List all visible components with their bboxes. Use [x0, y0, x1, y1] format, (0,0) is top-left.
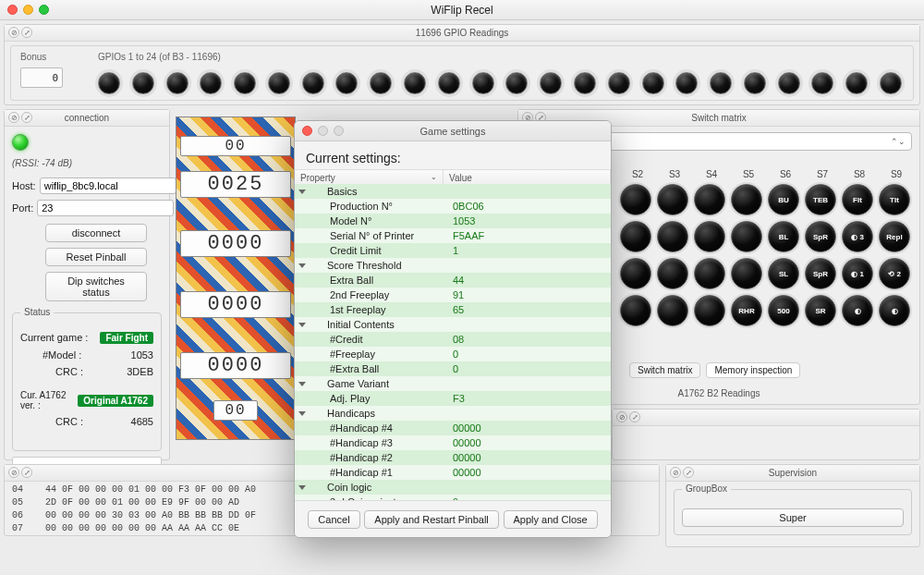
switch-cell[interactable]: ◐ 3: [842, 221, 873, 252]
tree-property[interactable]: #Handicap #4: [295, 422, 447, 434]
tree-property[interactable]: Model N°: [295, 215, 447, 226]
host-input[interactable]: [40, 177, 176, 194]
switch-cell[interactable]: [657, 221, 688, 252]
switch-cell[interactable]: [731, 258, 762, 289]
expand-icon[interactable]: ⤢: [629, 411, 640, 422]
tree-row[interactable]: Production N°0BC06: [295, 199, 611, 214]
tree-row[interactable]: Game Variant: [295, 376, 611, 391]
tree-value[interactable]: 91: [447, 289, 611, 300]
switch-cell[interactable]: [657, 295, 688, 326]
switch-cell[interactable]: [657, 184, 688, 215]
tree-row[interactable]: Coin logic: [295, 480, 611, 495]
switch-cell[interactable]: ◐ 1: [842, 258, 873, 289]
tree-row[interactable]: #Credit08: [295, 332, 611, 347]
switch-cell[interactable]: ⟲ 2: [879, 258, 910, 289]
tree-property[interactable]: Basics: [295, 186, 447, 197]
dip-switches-button[interactable]: Dip switches status: [45, 272, 147, 301]
tree-row[interactable]: Basics: [295, 184, 611, 199]
tree-value[interactable]: F5AAF: [447, 230, 611, 241]
switch-cell[interactable]: BU: [768, 184, 799, 215]
tree-row[interactable]: 1st Freeplay65: [295, 302, 611, 317]
settings-tree[interactable]: BasicsProduction N°0BC06Model N°1053Seri…: [295, 184, 611, 500]
tree-property[interactable]: Coin logic: [295, 482, 447, 493]
tree-row[interactable]: #Handicap #200000: [295, 450, 611, 465]
switch-cell[interactable]: SR: [805, 295, 836, 326]
tree-property[interactable]: 2nd Freeplay: [295, 289, 447, 300]
undock-icon[interactable]: ⊘: [8, 467, 19, 478]
switch-cell[interactable]: RHR: [731, 295, 762, 326]
apply-restart-button[interactable]: Apply and Restart Pinball: [364, 510, 499, 529]
tree-row[interactable]: Handicaps: [295, 406, 611, 421]
switch-cell[interactable]: Tlt: [879, 184, 910, 215]
switch-cell[interactable]: ◐: [879, 295, 910, 326]
tree-property[interactable]: Extra Ball: [295, 275, 447, 286]
zoom-icon[interactable]: [39, 5, 49, 15]
switch-cell[interactable]: [694, 184, 725, 215]
switch-cell[interactable]: Flt: [842, 184, 873, 215]
undock-icon[interactable]: ⊘: [670, 467, 681, 478]
tree-property[interactable]: Adj. Play: [295, 393, 447, 404]
switch-cell[interactable]: TEB: [805, 184, 836, 215]
switch-cell[interactable]: SL: [768, 258, 799, 289]
tree-row[interactable]: Score Threshold: [295, 258, 611, 273]
switch-cell[interactable]: 500: [768, 295, 799, 326]
tree-property[interactable]: Game Variant: [295, 378, 447, 389]
switch-cell[interactable]: [694, 221, 725, 252]
tree-value[interactable]: 00000: [447, 452, 611, 463]
minimize-icon[interactable]: [23, 5, 33, 15]
tree-property[interactable]: Initial Contents: [295, 319, 447, 330]
expand-icon[interactable]: ⤢: [683, 467, 694, 478]
tree-property[interactable]: #Credit: [295, 334, 447, 345]
tree-row[interactable]: Extra Ball44: [295, 273, 611, 288]
tree-value[interactable]: 0BC06: [447, 201, 611, 212]
cancel-button[interactable]: Cancel: [308, 510, 359, 529]
tree-property[interactable]: #Freeplay: [295, 349, 447, 360]
tree-row[interactable]: #Extra Ball0: [295, 361, 611, 376]
tree-property[interactable]: #Extra Ball: [295, 363, 447, 374]
switch-cell[interactable]: Repl: [879, 221, 910, 252]
tree-row[interactable]: #Freeplay0: [295, 347, 611, 361]
tree-row[interactable]: 2nd Freeplay91: [295, 288, 611, 302]
super-button[interactable]: Super: [682, 508, 904, 527]
tree-value[interactable]: 65: [447, 304, 611, 315]
apply-close-button[interactable]: Apply and Close: [504, 510, 598, 529]
tree-property[interactable]: Score Threshold: [295, 260, 447, 271]
switch-cell[interactable]: ◐: [842, 295, 873, 326]
switch-cell[interactable]: [620, 184, 651, 215]
tree-value[interactable]: 0: [447, 363, 611, 374]
tree-property[interactable]: #Handicap #2: [295, 452, 447, 463]
tree-value[interactable]: 00000: [447, 422, 611, 434]
tree-value[interactable]: 00000: [447, 437, 611, 448]
tree-property[interactable]: Production N°: [295, 201, 447, 212]
switch-cell[interactable]: [620, 258, 651, 289]
tree-property[interactable]: Serial N° of Printer: [295, 230, 447, 241]
tree-row[interactable]: Adj. PlayF3: [295, 391, 611, 406]
reset-pinball-button[interactable]: Reset Pinball: [45, 248, 147, 266]
tree-value[interactable]: 1053: [447, 215, 611, 226]
tree-row[interactable]: Initial Contents: [295, 317, 611, 332]
tree-value[interactable]: 00000: [447, 467, 611, 478]
tree-value[interactable]: 08: [447, 334, 611, 345]
expand-icon[interactable]: ⤢: [21, 112, 32, 123]
port-input[interactable]: [37, 200, 174, 216]
close-icon[interactable]: [7, 5, 18, 15]
tree-row[interactable]: #Handicap #100000: [295, 465, 611, 480]
switch-cell[interactable]: [694, 295, 725, 326]
close-icon[interactable]: [302, 126, 312, 136]
tree-row[interactable]: #Handicap #400000: [295, 421, 611, 435]
tree-value[interactable]: F3: [447, 393, 611, 404]
switch-cell[interactable]: SpR: [805, 258, 836, 289]
switch-cell[interactable]: [731, 221, 762, 252]
tree-value[interactable]: 44: [447, 275, 611, 286]
tree-property[interactable]: 1st Freeplay: [295, 304, 447, 315]
undock-icon[interactable]: ⊘: [616, 411, 627, 422]
tree-row[interactable]: #Handicap #300000: [295, 435, 611, 450]
switch-cell[interactable]: [694, 258, 725, 289]
tree-property[interactable]: #Handicap #1: [295, 467, 447, 478]
tree-property[interactable]: #Handicap #3: [295, 437, 447, 448]
expand-icon[interactable]: ⤢: [21, 467, 32, 478]
switch-cell[interactable]: BL: [768, 221, 799, 252]
tab-memory-inspection[interactable]: Memory inspection: [706, 362, 800, 378]
switch-cell[interactable]: [731, 184, 762, 215]
switch-cell[interactable]: [620, 221, 651, 252]
